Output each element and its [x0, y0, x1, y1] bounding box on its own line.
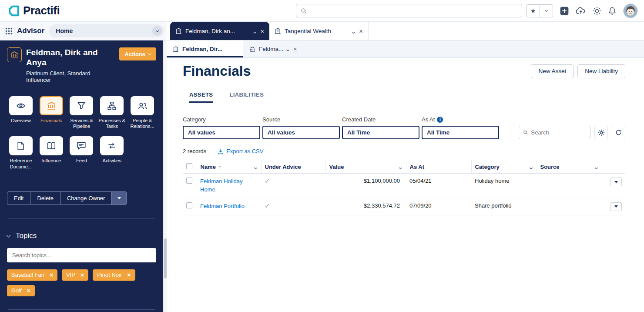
notifications-bell-icon[interactable]: [608, 7, 617, 15]
list-settings-gear-icon[interactable]: [594, 126, 608, 139]
column-header-name[interactable]: Name ↑: [197, 160, 261, 174]
remove-tag-icon[interactable]: ×: [50, 272, 53, 278]
new-asset-button[interactable]: New Asset: [531, 64, 574, 78]
topic-tag[interactable]: Pinot Noir ×: [93, 269, 135, 281]
category-filter-select[interactable]: All values: [183, 126, 260, 139]
asset-value: $2,330,574.72: [325, 198, 406, 215]
created-date-filter-select[interactable]: All Time: [342, 126, 419, 139]
topic-tag[interactable]: VIP ×: [62, 269, 88, 281]
subtab-label: Feldma...: [259, 46, 283, 52]
search-icon: [523, 130, 528, 135]
tile-label: Financials: [40, 118, 62, 124]
tile-label: Reference Docume...: [7, 158, 35, 169]
asset-name-link[interactable]: Feldman Holiday Home: [200, 178, 249, 194]
info-icon[interactable]: i: [437, 117, 443, 123]
topic-tag[interactable]: Baseball Fan ×: [7, 269, 57, 281]
tab-liabilities[interactable]: LIABILITIES: [229, 91, 264, 103]
subtab-feldman-financials[interactable]: Feldma... ×: [243, 40, 304, 57]
row-actions-menu-button[interactable]: [610, 202, 622, 211]
workspace-tab-tangential[interactable]: Tangential Wealth ×: [269, 22, 369, 40]
setup-gear-icon[interactable]: [593, 7, 601, 15]
select-all-checkbox[interactable]: [186, 163, 192, 169]
page-actions: New Asset New Liability: [531, 64, 625, 78]
table-search-input[interactable]: [531, 129, 586, 136]
practifi-logo[interactable]: Practifi: [8, 4, 95, 17]
topics-section-toggle[interactable]: Topics: [7, 231, 156, 240]
table-row: Feldman Portfolio ✓ $2,330,574.72 07/09/…: [183, 198, 625, 215]
favorites-star-icon[interactable]: ★: [527, 5, 540, 17]
column-menu-chevron-icon[interactable]: [595, 164, 598, 170]
chevron-down-icon[interactable]: [287, 46, 289, 52]
tile-feed[interactable]: Feed: [68, 136, 96, 169]
new-liability-button[interactable]: New Liability: [577, 64, 625, 78]
favorites-chevron-icon[interactable]: [540, 5, 553, 17]
column-menu-chevron-icon[interactable]: [530, 164, 533, 170]
upload-cloud-icon[interactable]: [576, 7, 586, 15]
chevron-down-icon: [148, 52, 151, 55]
tile-label: Services & Pipeline: [68, 118, 96, 129]
topics-search-input[interactable]: [7, 248, 156, 262]
scrollbar-thumb[interactable]: [164, 238, 167, 278]
app-launcher-waffle-icon[interactable]: [5, 27, 13, 35]
change-owner-button[interactable]: Change Owner: [60, 191, 112, 205]
user-avatar[interactable]: [623, 3, 638, 18]
tile-services-pipeline[interactable]: Services & Pipeline: [68, 96, 96, 129]
topic-tag[interactable]: Golf ×: [7, 285, 35, 296]
global-search-input[interactable]: [310, 7, 517, 14]
column-menu-chevron-icon[interactable]: [255, 164, 258, 170]
remove-tag-icon[interactable]: ×: [80, 272, 84, 278]
table-search: [519, 126, 590, 139]
refresh-icon[interactable]: [612, 126, 625, 139]
column-header-value[interactable]: Value: [325, 160, 406, 174]
more-actions-button[interactable]: [112, 191, 127, 205]
filter-created-date: Created Date All Time: [342, 116, 419, 139]
global-add-icon[interactable]: [560, 6, 569, 16]
tile-financials[interactable]: Financials: [37, 96, 65, 129]
tab-label: Tangential Wealth: [285, 28, 349, 34]
subtab-feldman-record[interactable]: Feldman, Dir...: [167, 40, 243, 57]
company-icon: [173, 46, 179, 52]
tile-processes-tasks[interactable]: Processes & Tasks: [98, 96, 126, 129]
column-menu-chevron-icon[interactable]: [399, 164, 402, 170]
workspace-tab-feldman[interactable]: Feldman, Dirk an... ×: [170, 22, 269, 40]
bank-icon: [249, 46, 255, 52]
export-csv-link[interactable]: Export as CSV: [218, 148, 263, 154]
tab-assets[interactable]: ASSETS: [189, 91, 213, 103]
chevron-down-icon[interactable]: [352, 28, 355, 34]
delete-button[interactable]: Delete: [30, 191, 60, 205]
filter-as-at: As At i All Time: [422, 116, 499, 139]
actions-button[interactable]: Actions: [119, 47, 156, 60]
records-summary: 2 records Export as CSV: [183, 148, 625, 154]
source-filter-select[interactable]: All values: [262, 126, 340, 139]
remove-tag-icon[interactable]: ×: [27, 287, 30, 294]
row-checkbox[interactable]: [186, 178, 192, 184]
column-header-source[interactable]: Source: [537, 160, 602, 174]
asset-name-link[interactable]: Feldman Portfolio: [200, 202, 245, 211]
row-checkbox[interactable]: [186, 202, 192, 208]
row-actions-menu-button[interactable]: [610, 178, 622, 186]
close-icon[interactable]: ×: [358, 27, 364, 35]
assets-liabilities-tabs: ASSETS LIABILITIES: [183, 91, 625, 103]
as-at-filter-select[interactable]: All Time: [422, 126, 499, 139]
check-icon: ✓: [265, 202, 270, 209]
tile-reference-documents[interactable]: Reference Docume...: [7, 136, 35, 169]
app-nav-left: Advisor Home: [0, 22, 167, 40]
chevron-down-icon[interactable]: [254, 28, 256, 34]
column-header-under-advice[interactable]: Under Advice: [261, 160, 325, 174]
edit-button[interactable]: Edit: [7, 191, 30, 205]
column-header-category[interactable]: Category: [471, 160, 537, 174]
asset-source: [537, 174, 602, 198]
nav-menu-home[interactable]: Home: [49, 24, 164, 37]
book-icon: [40, 136, 63, 155]
remove-tag-icon[interactable]: ×: [127, 272, 131, 278]
close-icon[interactable]: ×: [292, 46, 298, 53]
tile-overview[interactable]: Overview: [7, 96, 35, 129]
tile-people-relationships[interactable]: People & Relations...: [128, 96, 156, 129]
app-name: Advisor: [17, 27, 44, 35]
close-icon[interactable]: ×: [259, 27, 265, 35]
column-header-as-at[interactable]: As At: [406, 160, 471, 174]
tile-influence[interactable]: Influence: [37, 136, 65, 169]
nav-menu-label: Home: [56, 27, 73, 34]
tile-activities[interactable]: Activities: [98, 136, 126, 169]
topics-title: Topics: [16, 231, 37, 240]
